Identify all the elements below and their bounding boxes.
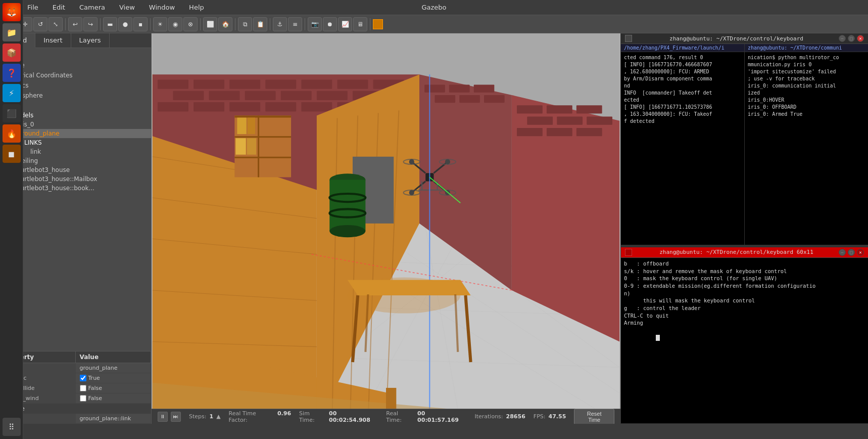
- dock-vscode-button[interactable]: ⚡: [3, 84, 21, 102]
- terminal-1-close[interactable]: ✕: [857, 35, 864, 42]
- simtime-value: 00 00:02:54.908: [329, 410, 378, 423]
- screenshot-button[interactable]: 📷: [308, 17, 322, 31]
- dock-firefox-button[interactable]: 🦊: [3, 3, 21, 21]
- ubuntu-dock: 🦊 📁 📦 ❓ ⚡ ⬛ 🔥 ◼ ⠿: [0, 0, 23, 439]
- prop-isstatic-value[interactable]: True: [76, 373, 152, 383]
- dock-help-button[interactable]: ❓: [3, 64, 21, 82]
- svg-rect-32: [317, 91, 348, 100]
- svg-rect-64: [258, 116, 259, 178]
- terminal-2-maximize[interactable]: □: [848, 249, 855, 256]
- rotate-tool-button[interactable]: ↺: [33, 17, 47, 31]
- term2-line-6: this will mask the keyboard control: [624, 297, 865, 304]
- undo-button[interactable]: ↩: [68, 17, 82, 31]
- cylinder-button[interactable]: ▪: [133, 17, 148, 31]
- svg-rect-35: [158, 102, 188, 111]
- terminal-1-left-tab[interactable]: /home/zhang/PX4_Firmware/launch/i: [624, 45, 725, 51]
- svg-rect-24: [265, 79, 296, 89]
- term1-right-line-2: mmunication.py iris 0: [748, 61, 865, 68]
- menu-view[interactable]: View: [116, 3, 138, 12]
- terminal-2-left-icon: [625, 249, 632, 256]
- tab-insert[interactable]: Insert: [35, 33, 71, 48]
- dock-software-button[interactable]: 📦: [3, 43, 21, 62]
- pause-button[interactable]: ⏸: [158, 412, 168, 422]
- term1-right-line-3: 'import sitecustomize' failed: [748, 68, 865, 75]
- menu-edit[interactable]: Edit: [50, 3, 68, 12]
- terminal-1-right-tab[interactable]: zhang@ubuntu: ~/XTDrone/communi: [748, 45, 842, 51]
- menu-camera[interactable]: Camera: [76, 3, 108, 12]
- spot-light-button[interactable]: ⊗: [183, 17, 198, 31]
- paste-button[interactable]: 📋: [253, 17, 267, 31]
- snap-button[interactable]: ≡: [288, 17, 302, 31]
- ground-plane-button[interactable]: ⬜: [203, 17, 217, 31]
- overlay-button[interactable]: 🖥: [353, 17, 367, 31]
- sun-light-button[interactable]: ☀: [153, 17, 167, 31]
- menu-help[interactable]: Help: [186, 3, 207, 12]
- dock-files-button[interactable]: 📁: [3, 23, 21, 41]
- dock-layers-button[interactable]: ◼: [3, 145, 21, 163]
- svg-rect-31: [281, 91, 312, 100]
- dock-terminal-button[interactable]: ⬛: [3, 104, 21, 122]
- toolbar-separator-2: [100, 18, 101, 30]
- svg-rect-37: [229, 102, 260, 111]
- align-button[interactable]: ⚓: [273, 17, 287, 31]
- svg-rect-66: [248, 118, 255, 135]
- reset-time-button[interactable]: Reset Time: [574, 409, 614, 424]
- terminal-2-close[interactable]: ✕: [857, 249, 864, 256]
- link-label: link: [30, 148, 41, 155]
- point-light-button[interactable]: ◉: [168, 17, 182, 31]
- svg-rect-61: [234, 116, 291, 118]
- svg-rect-44: [449, 85, 470, 93]
- selfcollide-checkbox[interactable]: [80, 385, 86, 391]
- tab-layers[interactable]: Layers: [71, 33, 110, 48]
- terminal-1-maximize[interactable]: □: [848, 35, 855, 42]
- model-button[interactable]: 🏠: [218, 17, 232, 31]
- dock-gazebo-button[interactable]: 🔥: [3, 124, 21, 143]
- plot-button[interactable]: 📈: [338, 17, 352, 31]
- svg-rect-53: [527, 117, 553, 125]
- toolbar-separator-5: [235, 18, 235, 30]
- prop-selfcollide-value[interactable]: False: [76, 383, 152, 393]
- enablewind-checkbox[interactable]: [80, 395, 86, 402]
- terminal-1-left-pane: /home/zhang/PX4_Firmware/launch/i cted c…: [621, 44, 745, 245]
- fps-label: FPS:: [534, 413, 546, 420]
- term2-line-8: CTRL-C to quit: [624, 312, 865, 320]
- term1-left-line-2: [ INFO] [1667716770.466687607: [624, 61, 741, 68]
- terminal-1-titlebar: zhang@ubuntu: ~/XTDrone/control/keyboard…: [621, 33, 868, 44]
- svg-rect-25: [301, 79, 332, 89]
- isstatic-checkbox[interactable]: [80, 375, 86, 381]
- svg-rect-28: [173, 91, 204, 100]
- terminal-2: zhang@ubuntu: ~/XTDrone/control/keyboard…: [621, 247, 868, 424]
- realtime2-label: Real Time:: [386, 410, 414, 423]
- statusbar: ⏸ ⏭ Steps: 1 ▲ Real Time Factor: 0.96 Si…: [152, 409, 620, 424]
- step-button[interactable]: ⏭: [171, 412, 181, 422]
- color-picker-button[interactable]: [373, 19, 383, 29]
- terminal-2-title: zhang@ubuntu: ~/XTDrone/control/keyboard…: [659, 249, 813, 255]
- terminal-1-minimize[interactable]: −: [839, 35, 846, 42]
- redo-button[interactable]: ↪: [83, 17, 98, 31]
- terminal-1-left-icon: [625, 35, 632, 42]
- prop-enablewind-value[interactable]: False: [76, 393, 152, 403]
- log-button[interactable]: ⏺: [323, 17, 337, 31]
- fps-value: 47.55: [549, 413, 566, 420]
- iterations-label: Iterations:: [474, 413, 503, 420]
- svg-rect-57: [547, 128, 572, 136]
- viewport[interactable]: ⏸ ⏭ Steps: 1 ▲ Real Time Factor: 0.96 Si…: [152, 33, 620, 424]
- term2-line-2: s/k : hover and remove the mask of keybo…: [624, 268, 865, 275]
- scale-tool-button[interactable]: ⤡: [49, 17, 63, 31]
- menu-file[interactable]: File: [24, 3, 41, 12]
- turtlebot3house-label: turtlebot3_house: [18, 166, 70, 173]
- step-increment-icon[interactable]: ▲: [216, 413, 220, 420]
- iterations-display: Iterations: 28656: [474, 413, 525, 420]
- svg-rect-47: [459, 95, 480, 103]
- box-button[interactable]: ▬: [103, 17, 117, 31]
- copy-button[interactable]: ⧉: [238, 17, 252, 31]
- sphere-button[interactable]: ●: [118, 17, 132, 31]
- fps-display: FPS: 47.55: [534, 413, 566, 420]
- realtime-factor-display: Real Time Factor: 0.96: [229, 410, 292, 423]
- dock-grid-button[interactable]: ⠿: [3, 418, 21, 436]
- svg-point-89: [409, 159, 414, 164]
- svg-rect-36: [194, 102, 224, 111]
- prop-name-value[interactable]: ground_plane: [76, 363, 152, 373]
- menu-window[interactable]: Window: [146, 3, 178, 12]
- terminal-2-minimize[interactable]: −: [839, 249, 846, 256]
